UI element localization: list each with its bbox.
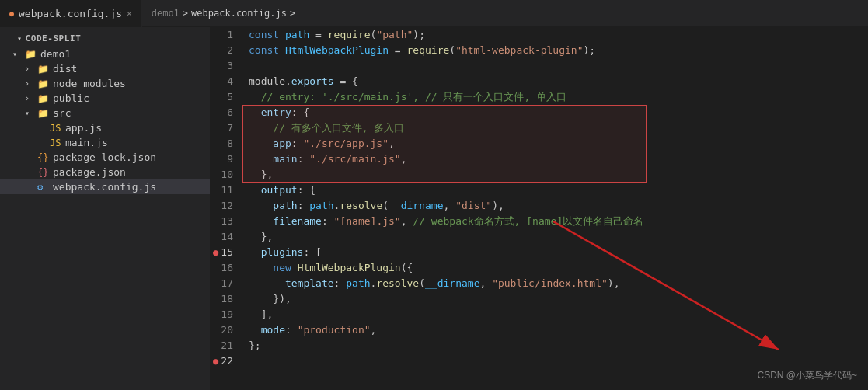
editor-area[interactable]: 1 2 3 4 5 6 7 8 9 10 11 12 13 14 15 16 1… [210, 27, 868, 390]
sidebar-item-label: package-lock.json [53, 151, 156, 163]
sidebar-item-label: main.js [65, 137, 108, 148]
tab-bar: ● webpack.config.js × demo1 > webpack.co… [0, 0, 868, 27]
close-tab-button[interactable]: × [127, 9, 132, 19]
code-line-7: // 有多个入口文件, 多入口 [249, 120, 868, 136]
code-line-10: }, [249, 167, 868, 183]
code-line-2: const HtmlWebpackPlugin = require("html-… [249, 43, 868, 58]
sidebar-item-dist[interactable]: › 📁 dist [0, 61, 210, 76]
json-file-icon: {} [37, 152, 50, 163]
folder-icon: 📁 [37, 93, 50, 104]
breadcrumb-file: webpack.config.js [191, 8, 287, 19]
code-line-19: ], [249, 307, 868, 322]
line-num-14: 14 [210, 229, 233, 245]
pkg-file-icon: {} [37, 167, 50, 178]
line-num-22: 22 [210, 353, 233, 369]
chevron-right-icon: › [25, 79, 34, 88]
line-num-15: 15 [210, 245, 233, 260]
sidebar-item-label: node_modules [53, 78, 126, 89]
code-line-1: const path = require("path"); [249, 27, 868, 43]
chevron-down-icon: ▾ [25, 109, 34, 117]
main-layout: ▾ CODE-SPLIT ▾ 📁 demo1 › 📁 dist › 📁 node… [0, 27, 868, 390]
line-num-5: 5 [210, 89, 233, 105]
code-line-18: }), [249, 291, 868, 307]
sidebar-item-demo1[interactable]: ▾ 📁 demo1 [0, 47, 210, 61]
line-num-21: 21 [210, 338, 233, 353]
line-num-18: 18 [210, 291, 233, 307]
sidebar-section-title: ▾ CODE-SPLIT [0, 30, 210, 47]
sidebar-item-src[interactable]: ▾ 📁 src [0, 106, 210, 120]
code-line-4: module.exports = { [249, 74, 868, 89]
code-line-13: filename: "[name].js", // webpack命名方式, [… [249, 214, 868, 229]
line-num-4: 4 [210, 74, 233, 89]
code-line-22 [249, 353, 868, 369]
code-line-21: }; [249, 338, 868, 353]
sidebar-item-label: demo1 [40, 48, 71, 60]
code-line-8: app: "./src/app.js", [249, 136, 868, 151]
tab-filename: webpack.config.js [19, 8, 122, 19]
breadcrumb: demo1 > webpack.config.js > [142, 8, 305, 19]
sidebar-item-label: webpack.config.js [53, 181, 156, 193]
line-num-11: 11 [210, 183, 233, 198]
folder-icon: 📁 [37, 78, 50, 89]
code-lines: const path = require("path"); const Html… [242, 27, 868, 369]
folder-icon: 📁 [37, 108, 50, 119]
line-num-13: 13 [210, 214, 233, 229]
sidebar-item-label: src [53, 107, 71, 119]
folder-icon: 📁 [25, 49, 37, 60]
sidebar-item-label: package.json [53, 166, 126, 178]
code-line-5: // entry: './src/main.js', // 只有一个入口文件, … [249, 89, 868, 105]
sidebar-item-package-lock[interactable]: {} package-lock.json [0, 150, 210, 165]
code-line-17: template: path.resolve(__dirname, "publi… [249, 276, 868, 291]
sidebar-item-label: app.js [65, 122, 102, 134]
code-line-15: plugins: [ [249, 245, 868, 260]
line-num-7: 7 [210, 120, 233, 136]
line-num-2: 2 [210, 43, 233, 58]
chevron-down-icon: ▾ [12, 50, 22, 58]
line-num-17: 17 [210, 276, 233, 291]
chevron-right-icon: › [25, 64, 34, 73]
sidebar-item-public[interactable]: › 📁 public [0, 91, 210, 106]
code-line-9: main: "./src/main.js", [249, 151, 868, 167]
sidebar-item-node-modules[interactable]: › 📁 node_modules [0, 76, 210, 91]
line-num-9: 9 [210, 151, 233, 167]
watermark-text: CSDN @小菜鸟学代码~ [757, 369, 857, 382]
code-line-20: mode: "production", [249, 322, 868, 338]
editor-tab[interactable]: ● webpack.config.js × [0, 0, 142, 27]
line-numbers: 1 2 3 4 5 6 7 8 9 10 11 12 13 14 15 16 1… [210, 27, 242, 369]
sidebar: ▾ CODE-SPLIT ▾ 📁 demo1 › 📁 dist › 📁 node… [0, 27, 210, 390]
sidebar-item-mainjs[interactable]: JS main.js [0, 135, 210, 150]
folder-icon: 📁 [37, 64, 50, 75]
line-num-20: 20 [210, 322, 233, 338]
modified-dot: ● [9, 9, 14, 18]
code-line-3 [249, 58, 868, 74]
line-num-3: 3 [210, 58, 233, 74]
line-num-19: 19 [210, 307, 233, 322]
sidebar-title-label: CODE-SPLIT [26, 33, 82, 44]
code-line-11: output: { [249, 183, 868, 198]
chevron-down-icon: ▾ [17, 34, 23, 43]
sidebar-item-label: public [53, 92, 89, 104]
line-num-1: 1 [210, 27, 233, 43]
webpack-file-icon: ⚙ [37, 182, 50, 193]
sidebar-item-label: dist [53, 63, 77, 75]
sidebar-item-package-json[interactable]: {} package.json [0, 165, 210, 179]
sidebar-item-webpack-config[interactable]: ⚙ webpack.config.js [0, 179, 210, 194]
js-file-icon: JS [50, 138, 62, 148]
breadcrumb-project: demo1 [152, 8, 180, 19]
sidebar-item-appjs[interactable]: JS app.js [0, 120, 210, 135]
code-line-12: path: path.resolve(__dirname, "dist"), [249, 198, 868, 214]
line-num-10: 10 [210, 167, 233, 183]
line-num-16: 16 [210, 260, 233, 276]
js-file-icon: JS [50, 123, 62, 134]
code-line-6: entry: { [249, 105, 868, 120]
line-num-8: 8 [210, 136, 233, 151]
line-num-12: 12 [210, 198, 233, 214]
code-line-14: }, [249, 229, 868, 245]
code-line-16: new HtmlWebpackPlugin({ [249, 260, 868, 276]
line-num-6: 6 [210, 105, 233, 120]
code-content: 1 2 3 4 5 6 7 8 9 10 11 12 13 14 15 16 1… [210, 27, 868, 369]
chevron-right-icon: › [25, 94, 34, 103]
